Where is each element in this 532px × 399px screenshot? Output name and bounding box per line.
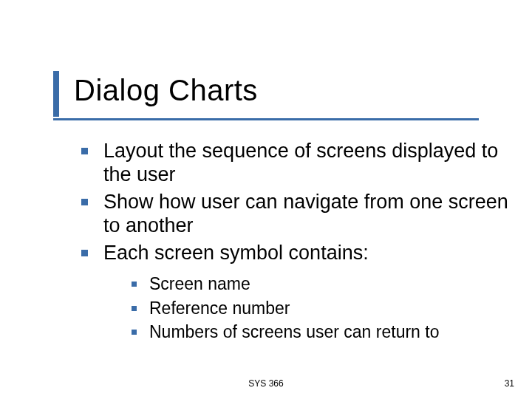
- list-item: Numbers of screens user can return to: [124, 321, 510, 343]
- title-underline: [53, 118, 479, 120]
- bullet-text: Layout the sequence of screens displayed…: [103, 140, 498, 185]
- bullet-text: Show how user can navigate from one scre…: [103, 191, 508, 236]
- list-item: Screen name: [124, 273, 510, 295]
- footer-page-number: 31: [505, 378, 514, 389]
- footer-course: SYS 366: [0, 378, 532, 389]
- bullet-text: Numbers of screens user can return to: [149, 322, 439, 341]
- slide-body: Layout the sequence of screens displayed…: [74, 139, 510, 346]
- slide-title: Dialog Charts: [74, 74, 258, 107]
- slide: Dialog Charts Layout the sequence of scr…: [0, 0, 532, 399]
- list-item: Layout the sequence of screens displayed…: [74, 139, 510, 187]
- title-accent-bar: [53, 71, 59, 117]
- bullet-text: Each screen symbol contains:: [103, 242, 369, 264]
- list-item: Each screen symbol contains: Screen name…: [74, 241, 510, 344]
- list-item: Show how user can navigate from one scre…: [74, 190, 510, 238]
- bullet-text: Reference number: [149, 299, 290, 318]
- bullet-list: Layout the sequence of screens displayed…: [74, 139, 510, 343]
- list-item: Reference number: [124, 298, 510, 319]
- sub-bullet-list: Screen name Reference number Numbers of …: [124, 273, 510, 343]
- bullet-text: Screen name: [149, 274, 250, 293]
